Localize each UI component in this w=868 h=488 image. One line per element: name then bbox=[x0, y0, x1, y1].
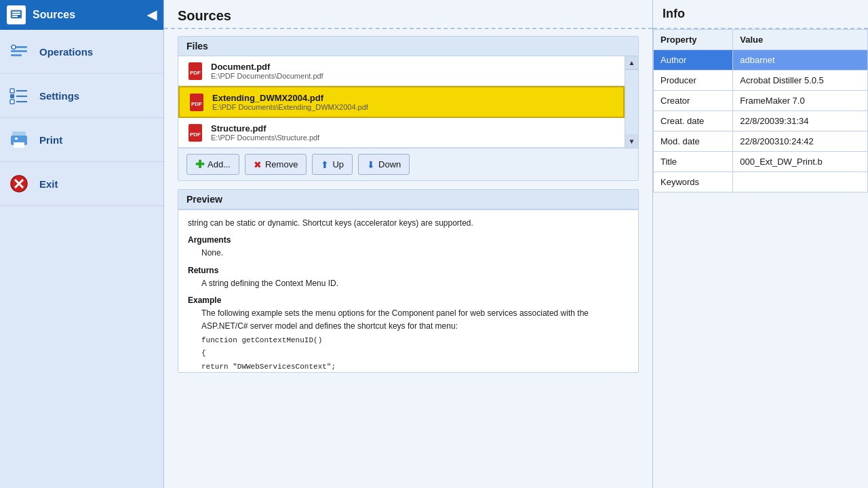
sources-icon bbox=[7, 5, 26, 24]
file-item-extending[interactable]: PDF Extending_DWMX2004.pdf E:\PDF Docume… bbox=[178, 86, 625, 118]
preview-example-text: The following example sets the menu opti… bbox=[201, 307, 629, 333]
sidebar-item-exit[interactable]: Exit bbox=[0, 162, 163, 206]
info-row-2[interactable]: CreatorFrameMaker 7.0 bbox=[654, 91, 868, 111]
info-row-5[interactable]: Title000_Ext_DW_Print.b bbox=[654, 152, 868, 172]
remove-icon: ✖ bbox=[254, 159, 262, 170]
preview-content[interactable]: string can be static or dynamic. Shortcu… bbox=[178, 209, 638, 372]
files-scrollbar: ▲ ▼ bbox=[625, 56, 638, 148]
print-label: Print bbox=[39, 134, 62, 146]
page-title: Sources bbox=[164, 0, 652, 29]
file-info-document: Document.pdf E:\PDF Documents\Document.p… bbox=[211, 62, 323, 80]
svg-rect-1 bbox=[12, 12, 20, 13]
sidebar-header[interactable]: Sources ◀ bbox=[0, 0, 163, 30]
info-value-1: Acrobat Distiller 5.0.5 bbox=[733, 70, 868, 91]
scroll-up-arrow[interactable]: ▲ bbox=[625, 56, 638, 70]
pdf-icon-structure: PDF bbox=[186, 124, 204, 142]
svg-rect-6 bbox=[11, 54, 22, 56]
info-row-4[interactable]: Mod. date22/8/200310:24:42 bbox=[654, 131, 868, 152]
sidebar-title: Sources bbox=[33, 9, 75, 21]
files-list-container: PDF Document.pdf E:\PDF Documents\Docume… bbox=[178, 56, 638, 148]
preview-returns-heading: Returns bbox=[188, 264, 629, 277]
info-property-3: Creat. date bbox=[654, 111, 733, 131]
svg-rect-16 bbox=[14, 142, 24, 148]
sidebar-arrow-icon[interactable]: ◀ bbox=[147, 7, 157, 22]
up-label: Up bbox=[332, 159, 344, 169]
file-path-structure: E:\PDF Documents\Structure.pdf bbox=[211, 134, 319, 142]
down-button[interactable]: ⬇ Down bbox=[358, 154, 410, 175]
preview-returns-value: A string defining the Context Menu ID. bbox=[201, 277, 629, 290]
sidebar: Sources ◀ Operations Settings bbox=[0, 0, 164, 488]
info-value-5: 000_Ext_DW_Print.b bbox=[733, 152, 868, 172]
settings-icon bbox=[7, 83, 31, 108]
settings-label: Settings bbox=[39, 90, 79, 102]
main-scroll-area: Files PDF Document.pdf E:\PDF Documents\… bbox=[164, 29, 652, 488]
print-icon bbox=[7, 127, 31, 152]
remove-button[interactable]: ✖ Remove bbox=[245, 154, 307, 175]
info-header-property: Property bbox=[654, 30, 733, 50]
add-button[interactable]: ✚ Add... bbox=[186, 154, 239, 175]
preview-text-1: string can be static or dynamic. Shortcu… bbox=[188, 217, 629, 230]
sidebar-item-print[interactable]: Print bbox=[0, 118, 163, 162]
info-value-3: 22/8/20039:31:34 bbox=[733, 111, 868, 131]
preview-example-heading: Example bbox=[188, 294, 629, 307]
svg-rect-10 bbox=[10, 100, 14, 104]
preview-section-title: Preview bbox=[178, 190, 638, 209]
files-section-title: Files bbox=[178, 37, 638, 56]
up-icon: ⬆ bbox=[321, 159, 329, 170]
info-property-2: Creator bbox=[654, 91, 733, 111]
file-info-structure: Structure.pdf E:\PDF Documents\Structure… bbox=[211, 123, 319, 142]
remove-label: Remove bbox=[265, 159, 298, 169]
info-panel: Info Property Value AuthoradbarnetProduc… bbox=[652, 0, 868, 488]
svg-rect-9 bbox=[10, 94, 14, 98]
file-item-document[interactable]: PDF Document.pdf E:\PDF Documents\Docume… bbox=[178, 56, 625, 86]
down-icon: ⬇ bbox=[367, 159, 375, 170]
info-row-1[interactable]: ProducerAcrobat Distiller 5.0.5 bbox=[654, 70, 868, 91]
preview-code-2: { bbox=[201, 349, 206, 357]
info-title: Info bbox=[653, 0, 868, 29]
add-label: Add... bbox=[208, 159, 231, 169]
pdf-icon-extending: PDF bbox=[188, 94, 205, 111]
file-path-document: E:\PDF Documents\Document.pdf bbox=[211, 72, 323, 80]
sidebar-item-settings[interactable]: Settings bbox=[0, 74, 163, 118]
info-property-4: Mod. date bbox=[654, 131, 733, 152]
files-list: PDF Document.pdf E:\PDF Documents\Docume… bbox=[178, 56, 625, 148]
file-name-extending: Extending_DWMX2004.pdf bbox=[212, 93, 368, 103]
sidebar-item-operations[interactable]: Operations bbox=[0, 30, 163, 74]
svg-text:PDF: PDF bbox=[190, 70, 201, 76]
operations-label: Operations bbox=[39, 46, 93, 58]
scroll-down-arrow[interactable]: ▼ bbox=[625, 134, 638, 148]
svg-rect-5 bbox=[11, 50, 27, 52]
file-path-extending: E:\PDF Documents\Extending_DWMX2004.pdf bbox=[212, 103, 368, 111]
add-icon: ✚ bbox=[195, 158, 204, 171]
info-table: Property Value AuthoradbarnetProducerAcr… bbox=[653, 29, 868, 192]
preview-arguments-heading: Arguments bbox=[188, 234, 629, 247]
info-row-0[interactable]: Authoradbarnet bbox=[654, 50, 868, 70]
preview-section: Preview string can be static or dynamic.… bbox=[178, 189, 639, 373]
info-value-2: FrameMaker 7.0 bbox=[733, 91, 868, 111]
info-row-6[interactable]: Keywords bbox=[654, 172, 868, 192]
info-row-3[interactable]: Creat. date22/8/20039:31:34 bbox=[654, 111, 868, 131]
info-value-0: adbarnet bbox=[733, 50, 868, 70]
svg-rect-8 bbox=[10, 89, 14, 93]
exit-label: Exit bbox=[39, 178, 58, 190]
info-property-0: Author bbox=[654, 50, 733, 70]
up-button[interactable]: ⬆ Up bbox=[312, 154, 353, 175]
exit-icon bbox=[7, 171, 31, 196]
svg-text:PDF: PDF bbox=[190, 131, 201, 138]
file-item-structure[interactable]: PDF Structure.pdf E:\PDF Documents\Struc… bbox=[178, 118, 625, 148]
main-content: Sources Files PDF Document.pdf bbox=[164, 0, 652, 488]
info-property-1: Producer bbox=[654, 70, 733, 91]
info-header-value: Value bbox=[733, 30, 868, 50]
info-value-6 bbox=[733, 172, 868, 192]
svg-rect-3 bbox=[12, 16, 18, 17]
file-info-extending: Extending_DWMX2004.pdf E:\PDF Documents\… bbox=[212, 93, 368, 111]
files-section: Files PDF Document.pdf E:\PDF Documents\… bbox=[178, 36, 639, 181]
file-name-document: Document.pdf bbox=[211, 62, 323, 72]
info-property-5: Title bbox=[654, 152, 733, 172]
svg-point-7 bbox=[12, 45, 16, 49]
operations-icon bbox=[7, 39, 31, 64]
svg-text:PDF: PDF bbox=[191, 101, 202, 107]
preview-arguments-value: None. bbox=[201, 247, 629, 260]
files-toolbar: ✚ Add... ✖ Remove ⬆ Up ⬇ Down bbox=[178, 148, 638, 180]
svg-rect-2 bbox=[12, 14, 20, 15]
